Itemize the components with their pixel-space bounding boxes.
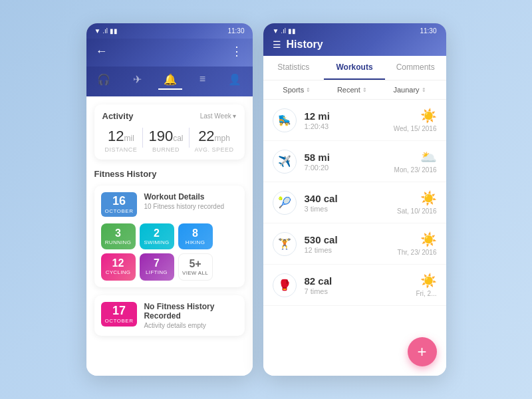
history-list: 🛼 12 mi 1:20:43 ☀️ Wed, 15/ 2016 ✈️ 58 m… xyxy=(263,100,446,376)
weather-icon-3: ☀️ xyxy=(420,231,437,247)
history-item-4[interactable]: 🥊 82 cal 7 times ☀️ Fri, 2... xyxy=(263,265,446,306)
weather-icon-2: ☀️ xyxy=(420,190,437,206)
history-item-1[interactable]: ✈️ 58 mi 7:00:20 🌥️ Mon, 23/ 2016 xyxy=(263,141,446,182)
item-icon-3: 🏋️ xyxy=(273,232,297,256)
date-badge-16: 16 OCTOBER xyxy=(101,192,138,217)
stat-distance: 12mil DISTANCE xyxy=(105,128,138,153)
history-entry-2: 17 OCTOBER No Fitness History Recorded A… xyxy=(94,295,245,336)
nav-headphones-icon[interactable]: 🎧 xyxy=(92,70,116,90)
tab-comments[interactable]: Comments xyxy=(385,56,446,80)
stats-row: 12mil DISTANCE 190cal BURNED 22mph AVG. … xyxy=(102,128,237,153)
item-weather-1: 🌥️ Mon, 23/ 2016 xyxy=(394,149,437,174)
item-weather-0: ☀️ Wed, 15/ 2016 xyxy=(394,108,437,132)
workout-grid: 3 RUNNING 2 SWIMING 8 HIKING 12 CYCLING … xyxy=(101,223,238,281)
activity-period[interactable]: Last Week ▾ xyxy=(200,112,237,120)
weather-icon-4: ☀️ xyxy=(420,273,437,289)
nav-navigation-icon[interactable]: ✈ xyxy=(128,70,147,90)
item-time-4: 7 times xyxy=(305,287,408,295)
activity-card: Activity Last Week ▾ 12mil DISTANCE 190c… xyxy=(94,104,245,160)
nav-profile-icon[interactable]: 👤 xyxy=(223,70,247,90)
tile-swimming[interactable]: 2 SWIMING xyxy=(140,223,174,249)
hamburger-icon[interactable]: ☰ xyxy=(273,39,281,50)
left-status-icons: ▼ .ıl ▮▮ xyxy=(94,27,118,35)
right-tabs: Statistics Workouts Comments xyxy=(263,56,446,80)
tab-statistics[interactable]: Statistics xyxy=(263,56,325,80)
item-icon-0: 🛼 xyxy=(273,108,297,132)
nav-filter-icon[interactable]: ≡ xyxy=(194,70,211,90)
weather-icon-0: ☀️ xyxy=(420,108,437,124)
item-weather-4: ☀️ Fri, 2... xyxy=(416,273,436,297)
history-entry-1: 16 OCTOBER Workout Details 10 Fitness hi… xyxy=(94,186,245,287)
right-time: 11:30 xyxy=(420,27,436,35)
more-options-button[interactable]: ⋮ xyxy=(231,44,243,59)
filter-month[interactable]: Jaunary ⇕ xyxy=(393,86,426,94)
item-icon-4: 🥊 xyxy=(273,273,297,297)
filter-recent[interactable]: Recent ⇕ xyxy=(337,86,367,94)
right-status-bar: ▼ .ıl ▮▮ 11:30 xyxy=(273,27,437,35)
nav-notifications-icon[interactable]: 🔔 xyxy=(158,70,182,90)
history-item-0[interactable]: 🛼 12 mi 1:20:43 ☀️ Wed, 15/ 2016 xyxy=(263,100,446,141)
filter-row: Sports ⇕ Recent ⇕ Jaunary ⇕ xyxy=(263,80,446,100)
stat-speed: 22mph AVG. SPEED xyxy=(195,128,234,153)
date-badge-17: 17 OCTOBER xyxy=(101,302,138,327)
left-panel: ▼ .ıl ▮▮ 11:30 ← ⋮ 🎧 ✈ 🔔 ≡ 👤 Activity La… xyxy=(86,23,253,376)
tile-running[interactable]: 3 RUNNING xyxy=(101,223,136,249)
stat-divider-2 xyxy=(189,128,190,148)
stat-divider-1 xyxy=(142,128,143,148)
tab-workouts[interactable]: Workouts xyxy=(324,56,385,80)
item-time-3: 12 times xyxy=(305,246,390,254)
right-panel: ▼ .ıl ▮▮ 11:30 ☰ History Statistics Work… xyxy=(263,23,446,376)
item-value-2: 340 cal xyxy=(305,193,390,204)
left-nav-tabs: 🎧 ✈ 🔔 ≡ 👤 xyxy=(86,66,253,96)
filter-arrow-sports: ⇕ xyxy=(306,87,311,93)
filter-sports[interactable]: Sports ⇕ xyxy=(283,86,311,94)
fitness-history-title: Fitness History xyxy=(94,169,245,179)
item-value-3: 530 cal xyxy=(305,234,390,245)
right-panel-title: History xyxy=(287,39,323,51)
right-title-row: ☰ History xyxy=(273,39,437,56)
weather-icon-1: 🌥️ xyxy=(420,149,437,165)
tile-hiking[interactable]: 8 HIKING xyxy=(178,223,213,249)
left-time: 11:30 xyxy=(227,27,244,35)
tile-cycling[interactable]: 12 CYCLING xyxy=(101,253,136,281)
item-weather-2: ☀️ Sat, 10/ 2016 xyxy=(397,190,437,215)
tile-lifting[interactable]: 7 LIFTING xyxy=(140,253,174,281)
stat-burned: 190cal BURNED xyxy=(148,128,183,153)
right-header: ▼ .ıl ▮▮ 11:30 ☰ History xyxy=(263,23,446,56)
item-time-2: 3 times xyxy=(305,205,390,213)
item-time-0: 1:20:43 xyxy=(305,122,386,130)
left-app-header: ← ⋮ xyxy=(86,39,253,66)
item-icon-2: 🎾 xyxy=(273,191,297,215)
history-item-3[interactable]: 🏋️ 530 cal 12 times ☀️ Thr, 23/ 2016 xyxy=(263,223,446,265)
back-button[interactable]: ← xyxy=(96,45,108,59)
item-weather-3: ☀️ Thr, 23/ 2016 xyxy=(398,231,437,256)
right-status-icons: ▼ .ıl ▮▮ xyxy=(273,27,296,35)
activity-header: Activity Last Week ▾ xyxy=(102,111,237,121)
filter-arrow-recent: ⇕ xyxy=(362,87,367,93)
item-time-1: 7:00:20 xyxy=(305,164,386,172)
history-item-2[interactable]: 🎾 340 cal 3 times ☀️ Sat, 10/ 2016 xyxy=(263,182,446,223)
item-icon-1: ✈️ xyxy=(273,150,297,174)
item-value-4: 82 cal xyxy=(305,275,408,287)
filter-arrow-month: ⇕ xyxy=(422,87,426,93)
item-value-1: 58 mi xyxy=(305,152,386,163)
tile-view-all[interactable]: 5+ VIEW ALL xyxy=(178,253,213,281)
left-status-bar: ▼ .ıl ▮▮ 11:30 xyxy=(86,23,253,39)
left-content: Activity Last Week ▾ 12mil DISTANCE 190c… xyxy=(86,96,253,376)
item-value-0: 12 mi xyxy=(305,110,386,122)
fab-add-button[interactable]: + xyxy=(408,337,437,366)
activity-title: Activity xyxy=(102,111,134,121)
